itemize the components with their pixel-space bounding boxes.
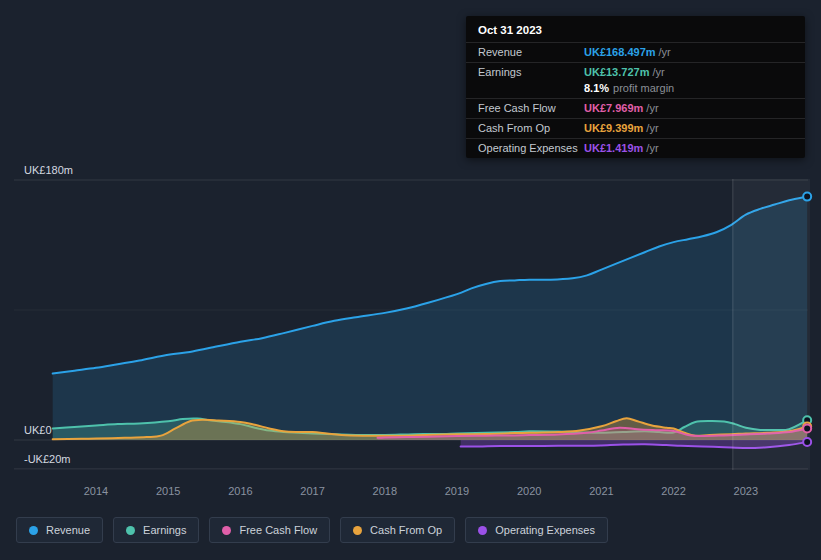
x-axis-label: 2023 (734, 485, 758, 497)
tooltip-value: UK£9.399m/yr (584, 122, 659, 134)
tooltip-row-profit-margin: 8.1%profit margin (466, 82, 805, 98)
operating-expenses-series-dot-icon (478, 526, 487, 535)
x-axis-label: 2016 (228, 485, 252, 497)
legend-item-free-cash-flow[interactable]: Free Cash Flow (209, 517, 330, 543)
legend-label: Revenue (46, 524, 90, 536)
x-axis-label: 2015 (156, 485, 180, 497)
legend-item-earnings[interactable]: Earnings (113, 517, 199, 543)
x-axis-label: 2019 (445, 485, 469, 497)
tooltip-row-earnings: Earnings UK£13.727m/yr (466, 62, 805, 82)
operating-expenses-endpoint-marker (803, 438, 811, 446)
legend-item-operating-expenses[interactable]: Operating Expenses (465, 517, 608, 543)
cash-from-op-series-dot-icon (353, 526, 362, 535)
tooltip-value: UK£168.497m/yr (584, 46, 671, 58)
legend-label: Earnings (143, 524, 186, 536)
tooltip-label: Earnings (478, 66, 584, 78)
y-axis-label: UK£0 (24, 424, 52, 436)
x-axis-label: 2017 (300, 485, 324, 497)
tooltip-value: UK£7.969m/yr (584, 102, 659, 114)
tooltip-row-free-cash-flow: Free Cash Flow UK£7.969m/yr (466, 98, 805, 118)
x-axis-label: 2022 (661, 485, 685, 497)
tooltip-value: UK£13.727m/yr (584, 66, 665, 78)
y-axis-label: UK£180m (24, 164, 73, 176)
free-cash-flow-endpoint-marker (803, 424, 811, 432)
legend-label: Operating Expenses (495, 524, 595, 536)
legend-label: Free Cash Flow (239, 524, 317, 536)
highlight-band (733, 179, 810, 470)
chart-legend: Revenue Earnings Free Cash Flow Cash Fro… (16, 517, 608, 543)
chart-tooltip: Oct 31 2023 Revenue UK£168.497m/yr Earni… (466, 16, 805, 158)
tooltip-label: Cash From Op (478, 122, 584, 134)
legend-item-revenue[interactable]: Revenue (16, 517, 103, 543)
x-axis-label: 2021 (589, 485, 613, 497)
tooltip-row-revenue: Revenue UK£168.497m/yr (466, 42, 805, 62)
tooltip-row-cash-from-op: Cash From Op UK£9.399m/yr (466, 118, 805, 138)
y-axis-label: -UK£20m (24, 453, 70, 465)
free-cash-flow-series-dot-icon (222, 526, 231, 535)
tooltip-value: UK£1.419m/yr (584, 142, 659, 154)
revenue-area (53, 197, 807, 440)
tooltip-label: Revenue (478, 46, 584, 58)
legend-item-cash-from-op[interactable]: Cash From Op (340, 517, 455, 543)
legend-label: Cash From Op (370, 524, 442, 536)
tooltip-label: Free Cash Flow (478, 102, 584, 114)
x-axis-label: 2014 (84, 485, 108, 497)
tooltip-row-operating-expenses: Operating Expenses UK£1.419m/yr (466, 138, 805, 158)
revenue-series-dot-icon (29, 526, 38, 535)
tooltip-date: Oct 31 2023 (466, 16, 805, 42)
earnings-series-dot-icon (126, 526, 135, 535)
tooltip-value: 8.1%profit margin (584, 82, 674, 94)
x-axis-label: 2020 (517, 485, 541, 497)
x-axis-label: 2018 (373, 485, 397, 497)
revenue-endpoint-marker (803, 193, 811, 201)
tooltip-label: Operating Expenses (478, 142, 584, 154)
